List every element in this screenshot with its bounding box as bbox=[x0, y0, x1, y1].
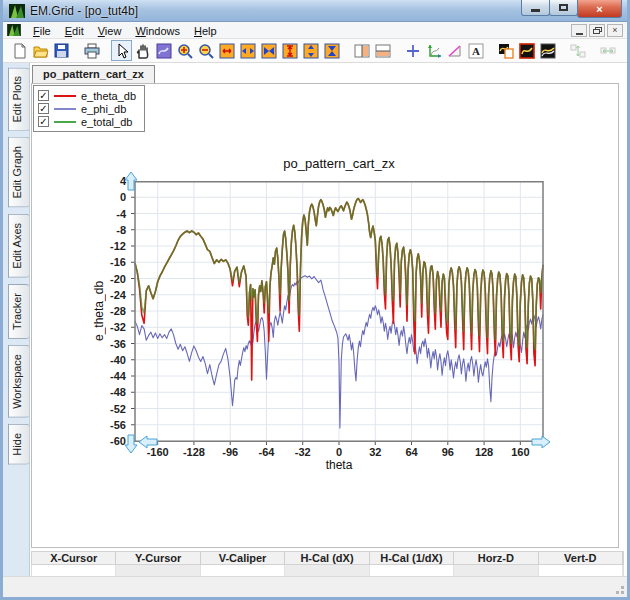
titlebar: EM.Grid - [po_tut4b] × bbox=[3, 0, 627, 22]
close-icon: × bbox=[596, 3, 602, 15]
legend-label: e_total_db bbox=[81, 116, 132, 128]
curve-overlay-button[interactable] bbox=[537, 40, 558, 61]
axis-arrow-right[interactable] bbox=[530, 435, 551, 449]
zoom-in-button[interactable] bbox=[174, 40, 195, 61]
shrink-y-button[interactable] bbox=[321, 40, 342, 61]
sidebar: Edit PlotsEdit GraphEdit AxesTrackerWork… bbox=[3, 63, 30, 579]
menu-view[interactable]: View bbox=[91, 24, 129, 38]
compress-y-button[interactable] bbox=[300, 40, 321, 61]
x-axis-label: theta bbox=[135, 458, 543, 472]
curve-palette-button[interactable] bbox=[495, 40, 516, 61]
y-tick-label: 4 bbox=[86, 175, 126, 187]
caliper-triangle-button[interactable] bbox=[444, 40, 465, 61]
y-tick-label: -24 bbox=[86, 289, 126, 301]
menu-edit[interactable]: Edit bbox=[58, 24, 91, 38]
close-button[interactable]: × bbox=[577, 0, 622, 18]
split-horizontal-button[interactable] bbox=[372, 40, 393, 61]
legend-checkbox-e_total_db[interactable]: ✓ bbox=[38, 116, 49, 127]
x-tick-label: 64 bbox=[392, 446, 432, 458]
resize-grip[interactable] bbox=[612, 582, 625, 595]
app-logo-icon bbox=[9, 4, 25, 18]
col-header-v-caliper: V-Caliper bbox=[201, 552, 285, 564]
mdi-window-buttons: × bbox=[571, 24, 623, 37]
legend-checkbox-e_phi_db[interactable]: ✓ bbox=[38, 103, 49, 114]
doc-tab[interactable]: po_pattern_cart_zx bbox=[32, 65, 155, 83]
y-tick-label: 0 bbox=[86, 191, 126, 203]
zoom-window-button[interactable] bbox=[153, 40, 174, 61]
col-header-x-cursor: X-Cursor bbox=[32, 552, 116, 564]
y-tick-label: -48 bbox=[86, 386, 126, 398]
y-tick-label: -32 bbox=[86, 321, 126, 333]
legend-label: e_phi_db bbox=[81, 103, 126, 115]
maximize-icon bbox=[559, 4, 568, 11]
menu-file[interactable]: File bbox=[26, 24, 58, 38]
sidebar-tab-edit-plots[interactable]: Edit Plots bbox=[8, 67, 29, 131]
axis-arrow-down[interactable] bbox=[124, 433, 138, 454]
legend: ✓e_theta_db✓e_phi_db✓e_total_db bbox=[33, 85, 145, 132]
y-tick-label: -52 bbox=[86, 403, 126, 415]
shrink-x-button[interactable] bbox=[258, 40, 279, 61]
menu-windows[interactable]: Windows bbox=[128, 24, 187, 38]
expand-y-button[interactable] bbox=[279, 40, 300, 61]
x-tick-label: -96 bbox=[210, 446, 250, 458]
document-tab-row: po_pattern_cart_zx bbox=[30, 63, 627, 83]
print-button[interactable] bbox=[81, 40, 102, 61]
space-vertical-button[interactable] bbox=[567, 40, 588, 61]
maximize-button[interactable] bbox=[549, 0, 578, 16]
axis-arrow-up[interactable] bbox=[124, 171, 138, 192]
legend-checkbox-e_theta_db[interactable]: ✓ bbox=[38, 90, 49, 101]
sidebar-tab-hide[interactable]: Hide bbox=[8, 424, 29, 465]
axis-arrow-left[interactable] bbox=[138, 435, 159, 449]
legend-line-sample bbox=[54, 108, 76, 110]
x-tick-label: -128 bbox=[174, 446, 214, 458]
minimize-button[interactable] bbox=[521, 0, 550, 16]
y-tick-label: -56 bbox=[86, 419, 126, 431]
toolbar: A Layout bbox=[3, 39, 627, 63]
col-header-h-cal-1-dx-: H-Cal (1/dX) bbox=[370, 552, 454, 564]
legend-label: e_theta_db bbox=[81, 90, 136, 102]
svg-text:A: A bbox=[472, 45, 480, 57]
sidebar-tab-edit-graph[interactable]: Edit Graph bbox=[8, 137, 29, 208]
mdi-minimize-button[interactable] bbox=[571, 24, 587, 37]
y-tick-label: -4 bbox=[86, 208, 126, 220]
open-button[interactable] bbox=[30, 40, 51, 61]
x-tick-label: -64 bbox=[246, 446, 286, 458]
legend-row-e_theta_db: ✓e_theta_db bbox=[38, 89, 136, 102]
mdi-close-button[interactable]: × bbox=[607, 24, 623, 37]
y-tick-label: -36 bbox=[86, 338, 126, 350]
window-title: EM.Grid - [po_tut4b] bbox=[30, 4, 138, 18]
plot-title: po_pattern_cart_zx bbox=[135, 156, 543, 171]
space-horizontal-button[interactable] bbox=[597, 40, 618, 61]
y-tick-label: -8 bbox=[86, 224, 126, 236]
compress-x-button[interactable] bbox=[237, 40, 258, 61]
text-tool-button[interactable]: A bbox=[465, 40, 486, 61]
expand-x-button[interactable] bbox=[216, 40, 237, 61]
y-tick-label: -40 bbox=[86, 354, 126, 366]
x-tick-label: -32 bbox=[283, 446, 323, 458]
new-document-button[interactable] bbox=[9, 40, 30, 61]
mdi-restore-button[interactable] bbox=[589, 24, 605, 37]
y-tick-label: -60 bbox=[86, 435, 126, 447]
x-tick-label: 128 bbox=[464, 446, 504, 458]
col-header-vert-d: Vert-D bbox=[539, 552, 623, 564]
sidebar-tab-edit-axes[interactable]: Edit Axes bbox=[8, 214, 29, 278]
plot-canvas[interactable] bbox=[130, 181, 548, 447]
select-tool-button[interactable] bbox=[111, 40, 132, 61]
legend-line-sample bbox=[54, 95, 76, 97]
y-tick-label: -12 bbox=[86, 240, 126, 252]
graph-page: ✓e_theta_db✓e_phi_db✓e_total_db po_patte… bbox=[31, 83, 619, 548]
sidebar-tab-tracker[interactable]: Tracker bbox=[8, 284, 29, 339]
curve-style-button[interactable] bbox=[516, 40, 537, 61]
menu-items: FileEditViewWindowsHelp bbox=[26, 21, 224, 39]
y-tick-label: -20 bbox=[86, 273, 126, 285]
menubar: FileEditViewWindowsHelp × bbox=[3, 22, 627, 39]
axes-tool-button[interactable] bbox=[423, 40, 444, 61]
crosshair-button[interactable] bbox=[402, 40, 423, 61]
save-button[interactable] bbox=[51, 40, 72, 61]
y-tick-label: -28 bbox=[86, 305, 126, 317]
sidebar-tab-workspace[interactable]: Workspace bbox=[8, 345, 29, 418]
zoom-out-button[interactable] bbox=[195, 40, 216, 61]
menu-help[interactable]: Help bbox=[187, 24, 224, 38]
split-vertical-button[interactable] bbox=[351, 40, 372, 61]
pan-tool-button[interactable] bbox=[132, 40, 153, 61]
